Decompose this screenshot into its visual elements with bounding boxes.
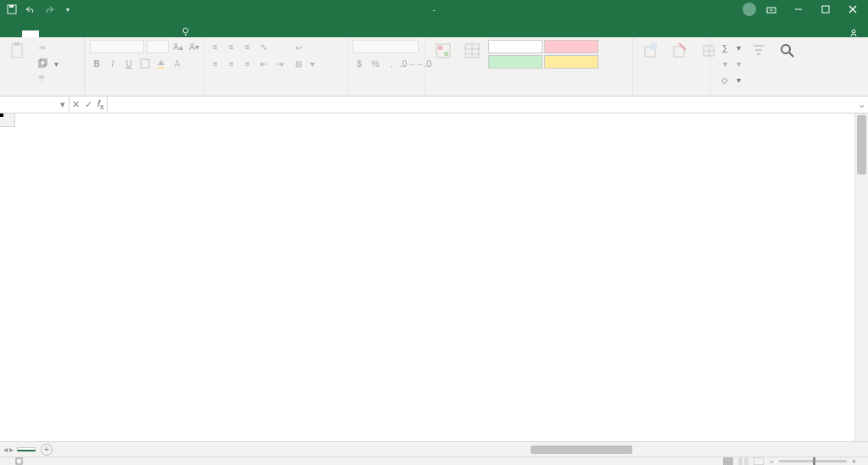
font-color-button[interactable]: A: [170, 57, 184, 70]
italic-button[interactable]: I: [106, 57, 120, 70]
group-label-editing: [716, 93, 863, 94]
decrease-decimal-icon[interactable]: ←.0: [417, 57, 431, 70]
tab-review[interactable]: [107, 30, 124, 37]
wrap-text-button[interactable]: ↩: [290, 40, 316, 55]
view-page-layout-icon[interactable]: [738, 457, 748, 465]
svg-rect-1: [9, 5, 14, 8]
tab-data[interactable]: [90, 30, 107, 37]
style-good[interactable]: [488, 55, 542, 69]
zoom-in-icon[interactable]: +: [852, 457, 856, 466]
find-select-button[interactable]: [775, 40, 800, 64]
svg-rect-9: [41, 58, 47, 65]
percent-icon[interactable]: %: [369, 57, 382, 70]
tab-page-layout[interactable]: [56, 30, 73, 37]
align-middle-icon[interactable]: ≡: [225, 40, 238, 53]
borders-button[interactable]: [138, 57, 152, 70]
insert-cells-button[interactable]: [638, 40, 664, 64]
ribbon-tabs: [0, 19, 868, 37]
tab-home[interactable]: [22, 30, 39, 37]
find-select-icon: [778, 42, 797, 60]
format-painter-button[interactable]: [34, 72, 60, 87]
format-as-table-icon: [463, 42, 481, 60]
increase-indent-icon[interactable]: ⇥: [273, 57, 287, 70]
increase-font-icon[interactable]: A▴: [171, 40, 185, 53]
style-neutral[interactable]: [544, 55, 598, 69]
format-as-table-button[interactable]: [459, 40, 485, 64]
orientation-icon[interactable]: ⤡: [257, 40, 270, 53]
tab-help[interactable]: [158, 30, 175, 37]
name-box-dropdown-icon[interactable]: ▾: [60, 99, 65, 110]
minimize-icon[interactable]: [787, 0, 810, 19]
macro-record-icon[interactable]: [15, 457, 23, 465]
style-bad[interactable]: [544, 40, 598, 53]
sheet-nav-last-icon[interactable]: ▸: [9, 445, 14, 454]
sheet-tab-active[interactable]: [17, 447, 36, 451]
share-button[interactable]: [849, 29, 861, 37]
svg-rect-19: [674, 47, 684, 57]
align-left-icon[interactable]: ≡: [209, 57, 222, 70]
accounting-icon[interactable]: $: [353, 57, 366, 70]
horizontal-scroll-thumb[interactable]: [531, 446, 632, 454]
expand-formula-bar-icon[interactable]: ⌄: [854, 97, 868, 113]
zoom-slider-thumb[interactable]: [813, 457, 815, 465]
tab-developer[interactable]: [141, 30, 158, 37]
style-normal[interactable]: [488, 40, 542, 53]
clear-button[interactable]: ◇ ▾: [716, 72, 743, 87]
font-size-select[interactable]: [147, 40, 169, 53]
save-icon[interactable]: [5, 3, 19, 16]
merge-center-button[interactable]: ⊞ ▾: [290, 56, 316, 71]
font-name-select[interactable]: [90, 40, 144, 53]
group-label-styles: [431, 93, 627, 94]
tell-me-search[interactable]: [175, 27, 201, 37]
undo-icon[interactable]: [24, 3, 37, 16]
avatar[interactable]: [743, 3, 756, 16]
svg-point-21: [782, 45, 790, 53]
copy-button[interactable]: ▾: [34, 56, 60, 71]
insert-cells-icon: [642, 42, 660, 60]
underline-button[interactable]: U: [122, 57, 136, 70]
redo-icon[interactable]: [42, 3, 56, 16]
tab-formulas[interactable]: [73, 30, 90, 37]
increase-decimal-icon[interactable]: .0→: [401, 57, 415, 70]
cancel-formula-icon[interactable]: ✕: [72, 99, 80, 110]
vertical-scroll-thumb[interactable]: [857, 115, 866, 174]
view-page-break-icon[interactable]: [754, 457, 764, 465]
fx-icon[interactable]: fx: [97, 98, 104, 111]
bold-button[interactable]: B: [90, 57, 103, 70]
cut-button[interactable]: ✂: [34, 40, 60, 55]
number-format-select[interactable]: [353, 40, 419, 53]
name-box[interactable]: ▾: [0, 97, 70, 113]
tab-view[interactable]: [124, 30, 141, 37]
wrap-text-icon: ↩: [292, 41, 305, 54]
sort-filter-button[interactable]: [746, 40, 771, 64]
tab-insert[interactable]: [39, 30, 56, 37]
close-icon[interactable]: [841, 0, 865, 19]
horizontal-scrollbar[interactable]: [529, 445, 868, 455]
align-top-icon[interactable]: ≡: [209, 40, 222, 53]
select-all-corner[interactable]: [0, 113, 15, 127]
new-sheet-button[interactable]: +: [41, 444, 53, 456]
cells-area[interactable]: [15, 127, 854, 446]
zoom-slider[interactable]: [779, 460, 847, 462]
sheet-nav-first-icon[interactable]: ◂: [3, 445, 8, 454]
fill-button[interactable]: ▾ ▾: [716, 56, 743, 71]
decrease-font-icon[interactable]: A▾: [187, 40, 201, 53]
conditional-formatting-button[interactable]: [431, 40, 456, 64]
delete-cells-button[interactable]: [667, 40, 693, 64]
formula-input[interactable]: [108, 97, 854, 113]
paste-button[interactable]: [5, 40, 31, 64]
view-normal-icon[interactable]: [723, 457, 733, 465]
enter-formula-icon[interactable]: ✓: [85, 99, 92, 110]
ribbon-options-icon[interactable]: [760, 0, 783, 19]
maximize-icon[interactable]: [814, 0, 837, 19]
qat-dropdown-icon[interactable]: ▾: [61, 3, 75, 16]
zoom-out-icon[interactable]: −: [769, 457, 773, 466]
align-right-icon[interactable]: ≡: [241, 57, 254, 70]
fill-color-button[interactable]: [154, 57, 168, 70]
vertical-scrollbar[interactable]: [854, 113, 868, 446]
decrease-indent-icon[interactable]: ⇤: [257, 57, 270, 70]
align-center-icon[interactable]: ≡: [225, 57, 238, 70]
align-bottom-icon[interactable]: ≡: [241, 40, 254, 53]
tab-file[interactable]: [5, 30, 22, 37]
comma-icon[interactable]: ,: [385, 57, 398, 70]
